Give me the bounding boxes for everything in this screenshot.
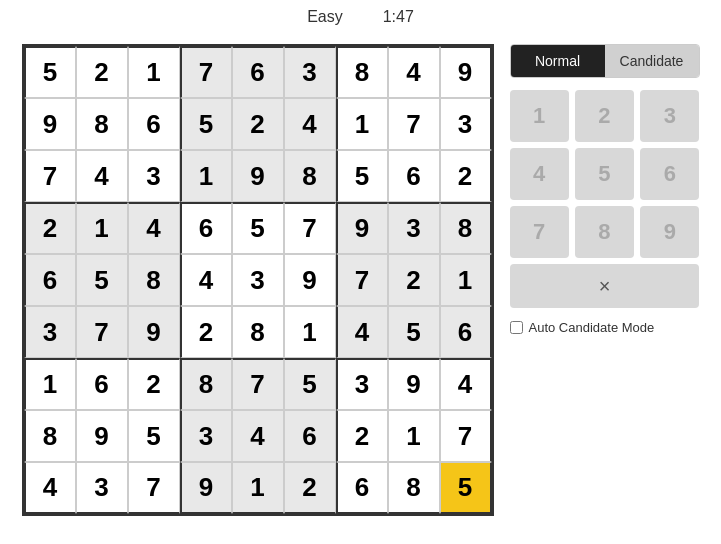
sudoku-cell[interactable]: 1: [232, 462, 284, 514]
sudoku-cell[interactable]: 6: [128, 98, 180, 150]
sudoku-cell[interactable]: 7: [232, 358, 284, 410]
erase-button[interactable]: ×: [510, 264, 700, 308]
sudoku-cell[interactable]: 4: [232, 410, 284, 462]
sudoku-cell[interactable]: 8: [388, 462, 440, 514]
numpad-button-5[interactable]: 5: [575, 148, 634, 200]
numpad-button-9[interactable]: 9: [640, 206, 699, 258]
sudoku-cell[interactable]: 4: [180, 254, 232, 306]
sudoku-cell[interactable]: 2: [388, 254, 440, 306]
sudoku-cell[interactable]: 2: [24, 202, 76, 254]
sudoku-cell[interactable]: 3: [336, 358, 388, 410]
sudoku-cell[interactable]: 2: [336, 410, 388, 462]
sudoku-cell[interactable]: 7: [284, 202, 336, 254]
sudoku-cell[interactable]: 7: [336, 254, 388, 306]
candidate-mode-button[interactable]: Candidate: [605, 45, 699, 77]
sudoku-cell[interactable]: 5: [388, 306, 440, 358]
sudoku-cell[interactable]: 8: [76, 98, 128, 150]
sudoku-cell[interactable]: 6: [180, 202, 232, 254]
sudoku-cell[interactable]: 2: [284, 462, 336, 514]
sudoku-cell[interactable]: 7: [180, 46, 232, 98]
sudoku-cell[interactable]: 3: [440, 98, 492, 150]
sudoku-cell[interactable]: 7: [128, 462, 180, 514]
sudoku-cell[interactable]: 3: [180, 410, 232, 462]
sudoku-cell[interactable]: 8: [128, 254, 180, 306]
sudoku-cell[interactable]: 6: [284, 410, 336, 462]
numpad-button-6[interactable]: 6: [640, 148, 699, 200]
sudoku-cell[interactable]: 1: [180, 150, 232, 202]
sudoku-cell[interactable]: 9: [232, 150, 284, 202]
sudoku-cell[interactable]: 9: [24, 98, 76, 150]
sudoku-cell[interactable]: 3: [76, 462, 128, 514]
sudoku-cell[interactable]: 4: [24, 462, 76, 514]
sudoku-cell[interactable]: 5: [76, 254, 128, 306]
sudoku-cell[interactable]: 6: [388, 150, 440, 202]
sudoku-cell[interactable]: 9: [440, 46, 492, 98]
sudoku-cell[interactable]: 6: [76, 358, 128, 410]
numpad: 123456789×: [510, 90, 700, 308]
sudoku-cell[interactable]: 4: [336, 306, 388, 358]
sudoku-grid[interactable]: 5217638499865241737431985622146579386584…: [22, 44, 494, 516]
sudoku-cell[interactable]: 1: [388, 410, 440, 462]
numpad-button-4[interactable]: 4: [510, 148, 569, 200]
sudoku-cell[interactable]: 2: [232, 98, 284, 150]
sudoku-cell[interactable]: 9: [76, 410, 128, 462]
sudoku-cell[interactable]: 1: [24, 358, 76, 410]
sudoku-cell[interactable]: 6: [440, 306, 492, 358]
sudoku-cell[interactable]: 8: [180, 358, 232, 410]
sudoku-cell[interactable]: 7: [388, 98, 440, 150]
sudoku-cell[interactable]: 1: [128, 46, 180, 98]
sudoku-cell[interactable]: 2: [76, 46, 128, 98]
sudoku-cell[interactable]: 9: [336, 202, 388, 254]
sudoku-cell[interactable]: 1: [284, 306, 336, 358]
sudoku-cell[interactable]: 8: [336, 46, 388, 98]
timer: 1:47: [383, 8, 414, 26]
auto-candidate-row: Auto Candidate Mode: [510, 320, 700, 335]
sudoku-cell[interactable]: 2: [440, 150, 492, 202]
sudoku-cell[interactable]: 3: [388, 202, 440, 254]
sudoku-cell[interactable]: 6: [336, 462, 388, 514]
sudoku-cell[interactable]: 4: [128, 202, 180, 254]
numpad-button-1[interactable]: 1: [510, 90, 569, 142]
sudoku-cell[interactable]: 1: [336, 98, 388, 150]
sudoku-cell[interactable]: 8: [440, 202, 492, 254]
sudoku-cell[interactable]: 8: [24, 410, 76, 462]
sudoku-cell[interactable]: 3: [24, 306, 76, 358]
sudoku-cell[interactable]: 9: [128, 306, 180, 358]
sudoku-cell[interactable]: 7: [24, 150, 76, 202]
sudoku-cell[interactable]: 5: [336, 150, 388, 202]
sudoku-cell[interactable]: 9: [180, 462, 232, 514]
sudoku-cell[interactable]: 5: [284, 358, 336, 410]
sudoku-cell[interactable]: 5: [180, 98, 232, 150]
sudoku-cell[interactable]: 2: [180, 306, 232, 358]
normal-mode-button[interactable]: Normal: [511, 45, 605, 77]
auto-candidate-checkbox[interactable]: [510, 321, 523, 334]
sudoku-cell[interactable]: 5: [24, 46, 76, 98]
sudoku-cell[interactable]: 5: [440, 462, 492, 514]
numpad-button-3[interactable]: 3: [640, 90, 699, 142]
sudoku-cell[interactable]: 9: [388, 358, 440, 410]
sudoku-cell[interactable]: 8: [284, 150, 336, 202]
sudoku-cell[interactable]: 8: [232, 306, 284, 358]
sudoku-cell[interactable]: 1: [76, 202, 128, 254]
mode-toggle[interactable]: Normal Candidate: [510, 44, 700, 78]
numpad-button-8[interactable]: 8: [575, 206, 634, 258]
sudoku-cell[interactable]: 4: [388, 46, 440, 98]
sudoku-cell[interactable]: 7: [440, 410, 492, 462]
numpad-button-2[interactable]: 2: [575, 90, 634, 142]
sudoku-cell[interactable]: 5: [232, 202, 284, 254]
sudoku-cell[interactable]: 2: [128, 358, 180, 410]
numpad-button-7[interactable]: 7: [510, 206, 569, 258]
sudoku-cell[interactable]: 3: [128, 150, 180, 202]
sudoku-cell[interactable]: 9: [284, 254, 336, 306]
sudoku-cell[interactable]: 4: [76, 150, 128, 202]
sudoku-cell[interactable]: 3: [284, 46, 336, 98]
sudoku-cell[interactable]: 3: [232, 254, 284, 306]
sudoku-cell[interactable]: 5: [128, 410, 180, 462]
sudoku-cell[interactable]: 7: [76, 306, 128, 358]
sudoku-cell[interactable]: 1: [440, 254, 492, 306]
sudoku-cell[interactable]: 4: [440, 358, 492, 410]
sudoku-cell[interactable]: 4: [284, 98, 336, 150]
sudoku-cell[interactable]: 6: [24, 254, 76, 306]
sudoku-cell[interactable]: 6: [232, 46, 284, 98]
auto-candidate-label: Auto Candidate Mode: [529, 320, 655, 335]
